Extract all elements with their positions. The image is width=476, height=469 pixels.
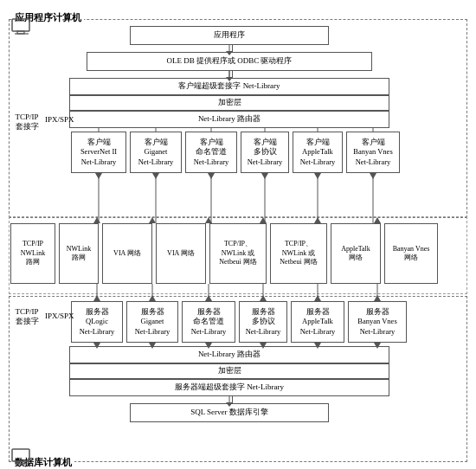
server-lib-1: 服务器QLogicNet-Library <box>71 301 123 343</box>
network-3: VIA 网络 <box>102 223 152 284</box>
client-lib-3: 客户端命名管道Net-Library <box>185 132 237 173</box>
net-library-router-box: Net-Library 路由器 <box>69 111 389 128</box>
svg-rect-0 <box>12 19 29 31</box>
encrypt-layer-box: 加密层 <box>69 95 389 111</box>
db-computer-icon <box>10 447 35 469</box>
client-lib-1: 客户端ServerNet IINet-Library <box>71 132 126 173</box>
network-4: VIA 网络 <box>156 223 206 284</box>
server-lib-5: 服务器AppleTalkNet-Library <box>291 301 344 343</box>
client-lib-6: 客户端Banyan VnesNet-Library <box>346 132 400 173</box>
oledb-odbc-box: OLE DB 提供程序或 ODBC 驱动程序 <box>87 52 372 71</box>
network-1: TCP/IPNWLink路网 <box>10 223 55 284</box>
app-computer-icon <box>10 17 35 40</box>
server-encrypt-layer-box: 加密层 <box>69 363 389 379</box>
server-lib-2: 服务器GiganetNet-Library <box>126 301 178 343</box>
network-6: TCP/IP、NWLink 或Netbeui 网络 <box>270 223 327 284</box>
app-program-box: 应用程序 <box>130 26 329 45</box>
client-super-socket-box: 客户端超级套接字 Net-Library <box>69 78 389 95</box>
server-lib-3: 服务器命名管道Net-Library <box>182 301 235 343</box>
tcpip-label-top: TCP/IP套接字 <box>10 112 43 132</box>
client-lib-4: 客户端多协议Net-Library <box>241 132 289 173</box>
ipxspx-label-top: IPX/SPX <box>45 115 69 125</box>
client-lib-2: 客户端GiganetNet-Library <box>130 132 182 173</box>
svg-rect-3 <box>12 449 29 461</box>
server-lib-6: 服务器Banyan VnesNet-Library <box>348 301 407 343</box>
ipxspx-label-bottom: IPX/SPX <box>45 312 69 321</box>
server-lib-4: 服务器多协议Net-Library <box>239 301 287 343</box>
network-2: NWLink路网 <box>59 223 99 284</box>
network-5: TCP/IP、NWLink 或Netbeui 网络 <box>209 223 267 284</box>
network-8: Banyan Vnes网络 <box>384 223 438 284</box>
server-super-socket-box: 服务器端超级套接字 Net-Library <box>69 379 389 396</box>
network-7: AppleTalk网络 <box>331 223 381 284</box>
diagram-container: 应用程序计算机 应用程序 OLE DB 提供程序或 ODBC 驱动程序 客户端超… <box>0 0 476 469</box>
sql-server-box: SQL Server 数据库引擎 <box>130 403 329 422</box>
client-lib-5: 客户端AppleTalkNet-Library <box>293 132 343 173</box>
tcpip-label-bottom: TCP/IP套接字 <box>10 307 43 326</box>
server-net-library-router-box: Net-Library 路由器 <box>69 346 389 363</box>
